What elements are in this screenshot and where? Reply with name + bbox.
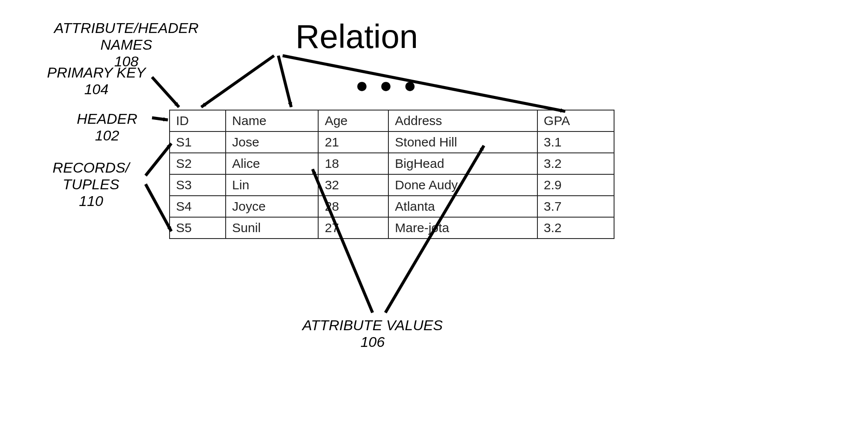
diagram-canvas: Relation ATTRIBUTE/HEADER NAMES 108 PRIM… [0,0,868,421]
cell: Atlanta [388,196,537,217]
arrow-records-group [146,143,171,231]
cell: Done Audy [388,174,537,196]
arrow-primary-key [152,77,179,107]
label-header: HEADER 102 [62,110,152,144]
col-header-age: Age [318,110,388,131]
cell: Joyce [226,196,318,217]
cell: 27 [318,217,388,239]
cell: 32 [318,174,388,196]
table-row: S1 Jose 21 Stoned Hill 3.1 [170,131,614,153]
arrow-header [152,118,168,120]
svg-line-3 [146,143,171,176]
col-header-gpa: GPA [537,110,614,131]
cell: S4 [170,196,226,217]
cell: 3.2 [537,217,614,239]
svg-line-2 [283,56,565,111]
label-text: PRIMARY KEY [47,64,146,81]
cell: Sunil [226,217,318,239]
cell: Jose [226,131,318,153]
label-attribute-header-names: ATTRIBUTE/HEADER NAMES 108 [45,20,208,70]
cell: Lin [226,174,318,196]
label-text: RECORDS/ TUPLES [53,159,129,192]
cell: 3.2 [537,153,614,174]
label-ref-num: 110 [39,193,143,209]
label-text: ATTRIBUTE/HEADER NAMES [54,20,199,53]
table-row: S4 Joyce 28 Atlanta 3.7 [170,196,614,217]
svg-line-1 [278,56,291,107]
cell: Mare-jota [388,217,537,239]
table-row: S2 Alice 18 BigHead 3.2 [170,153,614,174]
diagram-title: Relation [295,17,418,56]
col-header-name: Name [226,110,318,131]
label-ref-num: 106 [295,334,450,350]
ellipsis-icon: ● ● ● [355,73,419,98]
label-text: HEADER [77,110,137,127]
table-body: S1 Jose 21 Stoned Hill 3.1 S2 Alice 18 B… [170,131,614,239]
table-header-row: ID Name Age Address GPA [170,110,614,131]
relation-table: ID Name Age Address GPA S1 Jose 21 Stone… [169,110,614,239]
label-primary-key: PRIMARY KEY 104 [41,64,152,98]
svg-line-0 [201,56,274,107]
table-row: S5 Sunil 27 Mare-jota 3.2 [170,217,614,239]
col-header-address: Address [388,110,537,131]
table-row: S3 Lin 32 Done Audy 2.9 [170,174,614,196]
cell: Stoned Hill [388,131,537,153]
cell: Alice [226,153,318,174]
cell: BigHead [388,153,537,174]
cell: 21 [318,131,388,153]
cell: S2 [170,153,226,174]
cell: S5 [170,217,226,239]
svg-line-4 [146,184,171,231]
label-records-tuples: RECORDS/ TUPLES 110 [39,159,143,209]
cell: S3 [170,174,226,196]
cell: 3.1 [537,131,614,153]
label-attribute-values: ATTRIBUTE VALUES 106 [295,317,450,350]
cell: S1 [170,131,226,153]
cell: 18 [318,153,388,174]
col-header-id: ID [170,110,226,131]
cell: 2.9 [537,174,614,196]
cell: 3.7 [537,196,614,217]
label-text: ATTRIBUTE VALUES [302,317,443,333]
label-ref-num: 104 [41,81,152,98]
cell: 28 [318,196,388,217]
label-ref-num: 102 [62,127,152,144]
